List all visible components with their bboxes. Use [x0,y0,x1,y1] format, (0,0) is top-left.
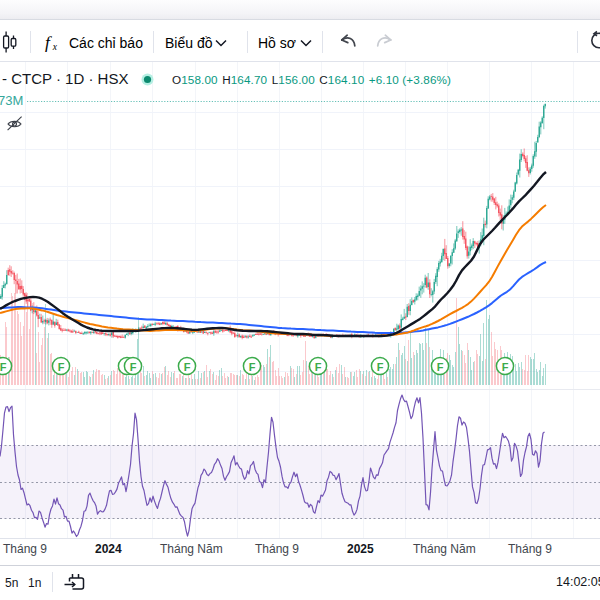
svg-text:F: F [58,361,65,373]
svg-text:f: f [45,32,52,52]
svg-text:x: x [52,42,58,52]
svg-text:F: F [249,361,256,373]
svg-text:F: F [184,361,191,373]
svg-text:Biểu đồ: Biểu đồ [165,35,213,51]
svg-text:F: F [0,361,7,373]
svg-text:F: F [437,361,444,373]
svg-text:73M: 73M [0,93,23,108]
svg-text:Các chỉ báo: Các chỉ báo [69,35,143,51]
svg-text:F: F [502,361,509,373]
svg-text:F: F [377,361,384,373]
svg-text:F: F [130,361,137,373]
svg-text:Hồ sơ: Hồ sơ [258,35,296,51]
svg-text:F: F [315,361,322,373]
